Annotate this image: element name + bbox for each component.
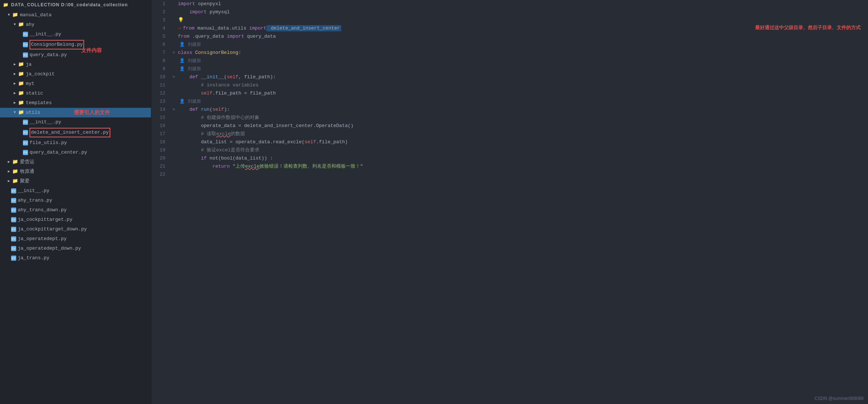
tree-item-ja_operatedept_down[interactable]: pyja_operatedept_down.py <box>0 244 151 253</box>
folder-arrow-aiyun[interactable]: ▶ <box>6 158 12 166</box>
py-icon-query_data: py <box>23 52 28 58</box>
folder-arrow-templates[interactable]: ▶ <box>12 99 18 107</box>
tree-item-query_data_center[interactable]: pyquery_data_center.py <box>0 148 151 157</box>
code-line-9: ⊖ def __init__(self, file_path): <box>173 73 861 81</box>
line-number-10: 10 <box>151 73 165 81</box>
folder-label-utils: utils <box>26 109 40 117</box>
py-icon-query_data_center: py <box>23 150 28 155</box>
code-text-18: data_list = operate_data.read_excle(self… <box>178 138 348 146</box>
code-text-3: 💡 <box>178 16 184 24</box>
tree-item-delete_and_insert[interactable]: pydelete_and_insert_center.py <box>0 127 151 138</box>
tree-item-init_py_1[interactable]: py__init__.py <box>0 30 151 39</box>
line-number-22: 22 <box>151 171 165 179</box>
code-line-11: self.file_path = file_path <box>173 89 861 97</box>
line-number-7: 7 <box>151 49 165 57</box>
sidebar-header: 📁 DATA_COLLECTION D:\06_code\data_collec… <box>0 0 151 10</box>
py-icon-init_py_1: py <box>23 32 28 37</box>
author-line-9: 👤刘建新 <box>173 65 861 73</box>
fold-arrow-9[interactable]: ⊖ <box>173 73 178 81</box>
code-line-19: # 验证excel是否符合要求 <box>173 146 861 154</box>
tree-item-ja_operatedept[interactable]: pyja_operatedept.py <box>0 234 151 244</box>
code-editor: 12345678910111213141516171819202122 impo… <box>151 0 868 404</box>
py-icon-delete_and_insert: py <box>23 130 28 135</box>
folder-icon-utils: 📁 <box>18 109 24 117</box>
code-text-21: return "上传excle效验错误！请检查列数、列名是否和模板一致！" <box>178 162 363 171</box>
py-icon-ja_operatedept_down: py <box>11 246 16 251</box>
folder-arrow-juai[interactable]: ▶ <box>6 177 12 185</box>
folder-icon: 📁 <box>3 2 9 7</box>
code-line-14: ⊖ def run(self): <box>173 106 861 114</box>
tree-item-file_utils[interactable]: pyfile_utils.py <box>0 138 151 148</box>
file-label-ja_cockpittarget: ja_cockpittarget.py <box>18 216 72 224</box>
tree-item-ConsignorBelong[interactable]: pyConsignorBelong.py <box>0 39 151 50</box>
tree-item-ahy_trans[interactable]: pyahy_trans.py <box>0 196 151 205</box>
tree-item-ahy_trans_down[interactable]: pyahy_trans_down.py <box>0 205 151 215</box>
author-line-14: 👤刘建新 <box>173 97 861 106</box>
line-number-21: 21 <box>151 162 165 171</box>
folder-arrow-manual_data[interactable]: ▼ <box>6 11 12 19</box>
code-line-15: # 创建操作数据中心的对象 <box>173 114 861 122</box>
folder-label-myt: myt <box>26 80 34 88</box>
tree-item-templates[interactable]: ▶📁templates <box>0 98 151 108</box>
folder-label-muyuan: 牧原通 <box>20 168 34 176</box>
code-line-7: ⊖class ConsignorBelong: <box>173 49 861 57</box>
py-icon-ja_trans: py <box>11 256 16 261</box>
tree-item-utils[interactable]: ▼📁utils <box>0 108 151 117</box>
tree-item-init_py_2[interactable]: py__init__.py <box>0 117 151 127</box>
tree-item-myt[interactable]: ▶📁myt <box>0 79 151 89</box>
tree-item-muyuan[interactable]: ▶📁牧原通 <box>0 167 151 177</box>
code-line-1: import openpyxl <box>173 0 861 8</box>
author-line-7: 👤刘建新 <box>173 41 861 49</box>
file-label-ahy_trans_down: ahy_trans_down.py <box>18 206 67 214</box>
code-line-3: 💡 <box>173 16 861 24</box>
fold-arrow-7[interactable]: ⊖ <box>173 49 178 57</box>
tree-item-ja_cockpittarget_down[interactable]: pyja_cockpittarget_down.py <box>0 225 151 234</box>
py-icon-ConsignorBelong: py <box>23 42 28 47</box>
line-number-1: 1 <box>151 0 165 8</box>
line-number-20: 20 <box>151 154 165 162</box>
folder-icon-static: 📁 <box>18 89 24 97</box>
tree-item-static[interactable]: ▶📁static <box>0 89 151 98</box>
folder-arrow-ja[interactable]: ▶ <box>12 61 18 69</box>
tree-item-ja_cockpittarget[interactable]: pyja_cockpittarget.py <box>0 215 151 225</box>
tree-item-ahy[interactable]: ▼📁ahy <box>0 20 151 30</box>
file-label-init_py_2: __init__.py <box>30 118 61 126</box>
code-text-4: →from manual_data.utils import delete_an… <box>178 24 341 32</box>
code-line-17: # 读取excle的数据 <box>173 130 861 138</box>
tree-item-manual_data[interactable]: ▼📁manual_data <box>0 10 151 20</box>
folder-arrow-static[interactable]: ▶ <box>12 89 18 97</box>
tree-item-ja[interactable]: ▶📁ja <box>0 60 151 69</box>
folder-icon-templates: 📁 <box>18 99 24 107</box>
folder-icon-muyuan: 📁 <box>12 168 18 176</box>
fold-arrow-14[interactable]: ⊖ <box>173 106 178 114</box>
folder-arrow-ja_cockpit[interactable]: ▶ <box>12 70 18 78</box>
tree-item-juai[interactable]: ▶📁聚爱 <box>0 177 151 186</box>
tree-item-ja_trans[interactable]: pyja_trans.py <box>0 253 151 263</box>
folder-arrow-muyuan[interactable]: ▶ <box>6 168 12 176</box>
folder-arrow-myt[interactable]: ▶ <box>12 80 18 88</box>
folder-arrow-ahy[interactable]: ▼ <box>12 21 18 29</box>
line-number-4: 4 <box>151 24 165 32</box>
watermark: CSDN @summer089089 <box>814 396 864 401</box>
file-label-ja_cockpittarget_down: ja_cockpittarget_down.py <box>18 225 87 233</box>
tree-item-ja_cockpit[interactable]: ▶📁ja_cockpit <box>0 69 151 79</box>
folder-icon-aiyun: 📁 <box>12 158 18 166</box>
code-content[interactable]: 12345678910111213141516171819202122 impo… <box>151 0 868 404</box>
line-number-15: 15 <box>151 114 165 122</box>
line-number-14: 14 <box>151 106 165 114</box>
tree-item-init_py_3[interactable]: py__init__.py <box>0 186 151 196</box>
line-number-11: 11 <box>151 81 165 89</box>
code-line-10: # instance variables <box>173 81 861 89</box>
tree-item-aiyun[interactable]: ▶📁爱货运 <box>0 157 151 167</box>
code-text-5: from .query_data import query_data <box>178 32 276 41</box>
author-icon-9: 👤 <box>179 65 185 73</box>
file-label-delete_and_insert: delete_and_insert_center.py <box>30 128 110 137</box>
folder-arrow-utils[interactable]: ▼ <box>12 109 18 117</box>
code-line-4: →from manual_data.utils import delete_an… <box>173 24 861 32</box>
folder-icon-ja: 📁 <box>18 61 24 69</box>
tree-item-query_data[interactable]: pyquery_data.py <box>0 50 151 60</box>
py-icon-file_utils: py <box>23 140 28 145</box>
code-line-18: data_list = operate_data.read_excle(self… <box>173 138 861 146</box>
py-icon-init_py_2: py <box>23 120 28 125</box>
line-number-13: 13 <box>151 97 165 106</box>
